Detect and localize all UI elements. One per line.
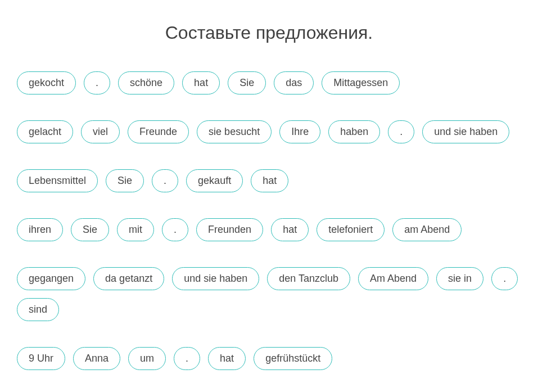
word-chip[interactable]: hat bbox=[208, 347, 246, 370]
word-chip[interactable]: hat bbox=[271, 218, 309, 241]
word-chip[interactable]: Anna bbox=[73, 347, 120, 370]
word-chip[interactable]: Am Abend bbox=[358, 267, 428, 290]
word-chip[interactable]: ihren bbox=[17, 218, 63, 241]
word-chip[interactable]: hat bbox=[251, 169, 288, 192]
word-chip[interactable]: telefoniert bbox=[317, 218, 385, 241]
word-chip[interactable]: sie in bbox=[436, 267, 483, 290]
sentence-groups-container: gekocht.schönehatSiedasMittagessengelach… bbox=[17, 71, 521, 370]
word-chip[interactable]: schöne bbox=[118, 71, 174, 94]
sentence-group: gegangenda getanztund sie habenden Tanzc… bbox=[17, 267, 521, 321]
word-chip[interactable]: da getanzt bbox=[93, 267, 164, 290]
word-chip[interactable]: und sie haben bbox=[422, 120, 509, 143]
sentence-group: gekocht.schönehatSiedasMittagessen bbox=[17, 71, 521, 94]
word-chip[interactable]: Freunden bbox=[196, 218, 263, 241]
word-chip[interactable]: Sie bbox=[106, 169, 144, 192]
word-chip[interactable]: um bbox=[128, 347, 166, 370]
word-chip[interactable]: Mittagessen bbox=[322, 71, 400, 94]
word-chip[interactable]: gegangen bbox=[17, 267, 85, 290]
word-chip[interactable]: Sie bbox=[228, 71, 266, 94]
word-chip[interactable]: und sie haben bbox=[172, 267, 259, 290]
word-chip[interactable]: den Tanzclub bbox=[267, 267, 350, 290]
word-chip[interactable]: Ihre bbox=[279, 120, 320, 143]
sentence-group: 9 UhrAnnaum.hatgefrühstückt bbox=[17, 347, 521, 370]
word-chip[interactable]: 9 Uhr bbox=[17, 347, 65, 370]
sentence-group: ihrenSiemit.Freundenhattelefoniertam Abe… bbox=[17, 218, 521, 241]
sentence-group: LebensmittelSie.gekaufthat bbox=[17, 169, 521, 192]
word-chip[interactable]: . bbox=[174, 347, 200, 370]
word-chip[interactable]: viel bbox=[81, 120, 120, 143]
word-chip[interactable]: Sie bbox=[71, 218, 109, 241]
word-chip[interactable]: haben bbox=[328, 120, 380, 143]
word-chip[interactable]: mit bbox=[117, 218, 154, 241]
word-chip[interactable]: gelacht bbox=[17, 120, 73, 143]
word-chip[interactable]: gekocht bbox=[17, 71, 76, 94]
word-chip[interactable]: gefrühstückt bbox=[254, 347, 332, 370]
word-chip[interactable]: . bbox=[84, 71, 110, 94]
word-chip[interactable]: das bbox=[274, 71, 314, 94]
word-chip[interactable]: Lebensmittel bbox=[17, 169, 98, 192]
word-chip[interactable]: Freunde bbox=[128, 120, 189, 143]
word-chip[interactable]: sie besucht bbox=[197, 120, 272, 143]
word-chip[interactable]: sind bbox=[17, 298, 59, 321]
sentence-group: gelachtvielFreundesie besuchtIhrehaben.u… bbox=[17, 120, 521, 143]
word-chip[interactable]: am Abend bbox=[392, 218, 462, 241]
word-chip[interactable]: gekauft bbox=[186, 169, 243, 192]
word-chip[interactable]: . bbox=[388, 120, 414, 143]
word-chip[interactable]: . bbox=[162, 218, 188, 241]
exercise-title: Составьте предложения. bbox=[17, 22, 521, 43]
word-chip[interactable]: hat bbox=[182, 71, 220, 94]
word-chip[interactable]: . bbox=[152, 169, 178, 192]
word-chip[interactable]: . bbox=[491, 267, 518, 290]
